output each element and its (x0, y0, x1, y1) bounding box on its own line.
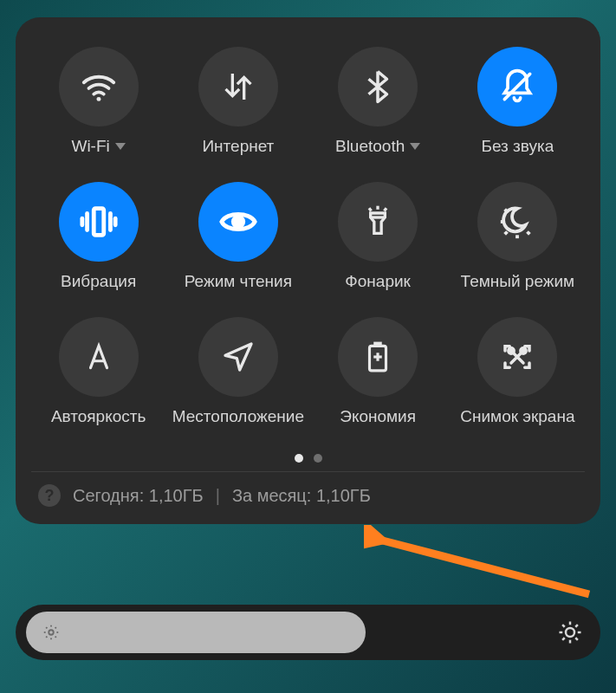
brightness-slider[interactable] (16, 605, 600, 660)
vibration-icon[interactable] (59, 182, 139, 262)
svg-line-42 (376, 539, 589, 594)
location-icon[interactable] (198, 317, 278, 397)
svg-line-29 (46, 627, 47, 628)
svg-point-7 (233, 217, 243, 227)
brightness-high-icon (557, 619, 583, 645)
bluetooth-icon[interactable] (338, 47, 418, 126)
svg-line-30 (55, 637, 56, 638)
mute-icon[interactable] (477, 47, 557, 126)
svg-line-11 (385, 208, 387, 210)
chevron-down-icon[interactable] (410, 143, 420, 150)
tile-label: Bluetooth (335, 137, 405, 156)
svg-line-14 (505, 232, 508, 235)
tile-vibration[interactable]: Вибрация (31, 177, 165, 303)
tile-label: Темный режим (461, 272, 575, 291)
brightness-low-icon (42, 623, 61, 642)
svg-point-24 (49, 630, 54, 635)
brightness-track[interactable] (26, 612, 366, 653)
annotation-arrow (364, 525, 598, 603)
tile-location[interactable]: Местоположение (171, 312, 305, 438)
quick-settings-panel: Wi-FiИнтернетBluetoothБез звукаВибрацияР… (16, 17, 600, 524)
screenshot-icon[interactable] (477, 317, 557, 397)
tile-label: Фонарик (345, 272, 411, 291)
tile-internet[interactable]: Интернет (171, 42, 305, 168)
svg-rect-2 (94, 209, 104, 236)
tile-screenshot[interactable]: Снимок экрана (451, 312, 585, 438)
svg-line-39 (575, 638, 578, 640)
tile-wifi[interactable]: Wi-Fi (31, 42, 165, 168)
tile-auto-bright[interactable]: Автояркость (31, 312, 165, 438)
quick-settings-grid: Wi-FiИнтернетBluetoothБез звукаВибрацияР… (31, 42, 585, 438)
usage-today: Сегодня: 1,10ГБ (73, 486, 204, 506)
tile-flashlight[interactable]: Фонарик (311, 177, 445, 303)
dark-mode-icon[interactable] (477, 182, 557, 262)
tile-dark-mode[interactable]: Темный режим (451, 177, 585, 303)
svg-line-38 (562, 625, 565, 627)
usage-separator: | (216, 486, 220, 506)
tile-mute[interactable]: Без звука (451, 42, 585, 168)
wifi-icon[interactable] (59, 47, 139, 126)
svg-point-33 (566, 628, 574, 637)
data-usage-bar[interactable]: ? Сегодня: 1,10ГБ | За месяц: 1,10ГБ (31, 471, 585, 510)
tile-battery[interactable]: Экономия (311, 312, 445, 438)
flashlight-icon[interactable] (338, 182, 418, 262)
internet-icon[interactable] (198, 47, 278, 126)
tile-label: Вибрация (61, 272, 136, 291)
tile-label: Без звука (481, 137, 554, 156)
page-dot[interactable] (314, 454, 322, 463)
tile-bluetooth[interactable]: Bluetooth (311, 42, 445, 168)
tile-label: Режим чтения (185, 272, 292, 291)
chevron-down-icon[interactable] (115, 143, 126, 150)
svg-line-41 (575, 625, 578, 627)
auto-bright-icon[interactable] (59, 317, 139, 397)
svg-point-0 (96, 97, 101, 101)
tile-label: Wi-Fi (71, 137, 109, 156)
help-icon[interactable]: ? (38, 484, 61, 507)
svg-line-16 (528, 232, 530, 235)
svg-point-23 (521, 348, 526, 353)
page-dot[interactable] (295, 454, 303, 463)
reading-icon[interactable] (198, 182, 278, 262)
tile-label: Интернет (202, 137, 274, 156)
svg-line-32 (55, 627, 56, 628)
svg-line-15 (505, 210, 508, 212)
tile-label: Автояркость (51, 407, 146, 426)
page-indicator[interactable] (31, 454, 585, 463)
tile-label: Снимок экрана (460, 407, 574, 426)
battery-icon[interactable] (338, 317, 418, 397)
tile-label: Экономия (340, 407, 416, 426)
svg-line-31 (46, 637, 47, 638)
svg-point-22 (509, 348, 514, 353)
svg-line-10 (369, 208, 372, 210)
tile-label: Местоположение (172, 407, 304, 426)
usage-month: За месяц: 1,10ГБ (232, 486, 371, 506)
tile-reading[interactable]: Режим чтения (171, 177, 305, 303)
svg-line-40 (562, 638, 565, 640)
